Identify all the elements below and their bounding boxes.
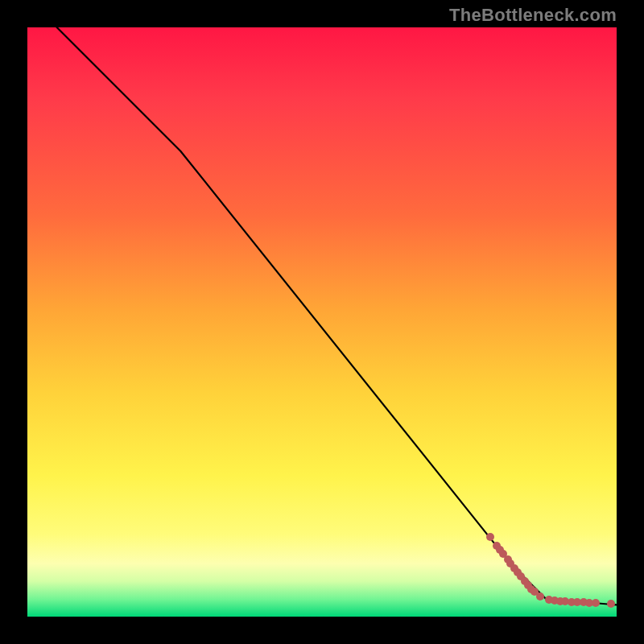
- attribution-label: TheBottleneck.com: [449, 5, 617, 26]
- data-marker: [486, 533, 494, 541]
- markers-layer: [27, 27, 617, 617]
- data-marker: [607, 600, 615, 608]
- chart-container: TheBottleneck.com: [0, 0, 644, 644]
- data-marker: [536, 592, 544, 601]
- data-marker: [592, 599, 600, 607]
